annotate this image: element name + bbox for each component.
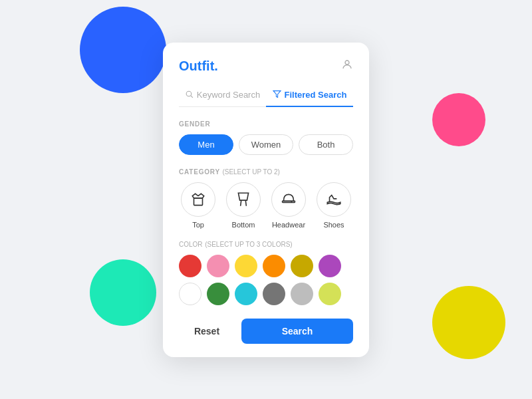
color-swatch-purple[interactable]: [319, 255, 341, 277]
logo: Outfit.: [179, 59, 218, 74]
gender-btn-both[interactable]: Both: [299, 134, 353, 155]
color-label: COLOR (SELECT UP TO 3 COLORS): [179, 241, 353, 248]
category-icon-headwear: [271, 182, 306, 217]
category-icon-top: [181, 182, 215, 217]
tab-bar: Keyword Search Filtered Search: [179, 84, 353, 107]
tab-filtered-label: Filtered Search: [285, 90, 347, 100]
category-icon-bottom: [226, 182, 261, 217]
search-button[interactable]: Search: [241, 319, 353, 344]
color-section: COLOR (SELECT UP TO 3 COLORS): [179, 241, 353, 305]
bg-circle-blue: [80, 7, 166, 93]
filter-icon: [273, 90, 281, 100]
svg-marker-3: [273, 90, 281, 97]
gender-btn-women[interactable]: Women: [239, 134, 293, 155]
color-swatch-white[interactable]: [179, 283, 201, 305]
category-label-top: Top: [192, 221, 204, 229]
tab-keyword[interactable]: Keyword Search: [179, 84, 266, 107]
category-item-shoes[interactable]: Shoes: [315, 182, 353, 229]
gender-label: GENDER: [179, 120, 353, 128]
gender-group: Men Women Both: [179, 134, 353, 155]
color-swatch-lime[interactable]: [319, 283, 341, 305]
color-swatch-orange[interactable]: [263, 255, 285, 277]
category-item-top[interactable]: Top: [179, 182, 217, 229]
svg-line-6: [245, 200, 246, 206]
main-card: Outfit. Keyword Search Filtere: [163, 43, 369, 357]
category-label-shoes: Shoes: [323, 221, 344, 229]
bg-circle-yellow: [432, 286, 505, 359]
gender-btn-men[interactable]: Men: [179, 134, 233, 155]
color-swatch-gold[interactable]: [291, 255, 313, 277]
color-swatch-yellow[interactable]: [235, 255, 257, 277]
reset-button[interactable]: Reset: [179, 319, 235, 344]
category-section: CATEGORY (SELECT UP TO 2) Top: [179, 168, 353, 229]
color-swatch-red[interactable]: [179, 255, 201, 277]
logo-dot: .: [214, 59, 218, 73]
category-label-bottom: Bottom: [232, 221, 255, 229]
footer-buttons: Reset Search: [179, 319, 353, 344]
color-swatch-gray[interactable]: [263, 283, 285, 305]
svg-line-5: [241, 200, 241, 206]
svg-rect-4: [194, 198, 203, 205]
category-group: Top Bottom: [179, 182, 353, 229]
search-icon: [185, 90, 194, 100]
color-swatch-teal[interactable]: [235, 283, 257, 305]
color-swatch-light-gray[interactable]: [291, 283, 313, 305]
color-swatch-pink[interactable]: [207, 255, 229, 277]
bg-circle-teal: [90, 259, 156, 326]
category-item-bottom[interactable]: Bottom: [224, 182, 263, 229]
color-grid: [179, 255, 353, 305]
svg-point-1: [186, 91, 192, 96]
user-icon[interactable]: [341, 59, 353, 74]
svg-line-2: [191, 95, 193, 97]
category-label: CATEGORY (SELECT UP TO 2): [179, 168, 353, 176]
category-label-headwear: Headwear: [272, 221, 305, 229]
bg-circle-pink: [432, 93, 485, 146]
svg-point-0: [345, 61, 349, 65]
gender-section: GENDER Men Women Both: [179, 120, 353, 155]
logo-text: Outfit: [179, 59, 214, 73]
color-swatch-dark-green[interactable]: [207, 283, 229, 305]
card-header: Outfit.: [179, 59, 353, 74]
category-item-headwear[interactable]: Headwear: [269, 182, 308, 229]
tab-filtered[interactable]: Filtered Search: [266, 84, 353, 107]
category-icon-shoes: [317, 182, 351, 217]
tab-keyword-label: Keyword Search: [197, 90, 260, 100]
